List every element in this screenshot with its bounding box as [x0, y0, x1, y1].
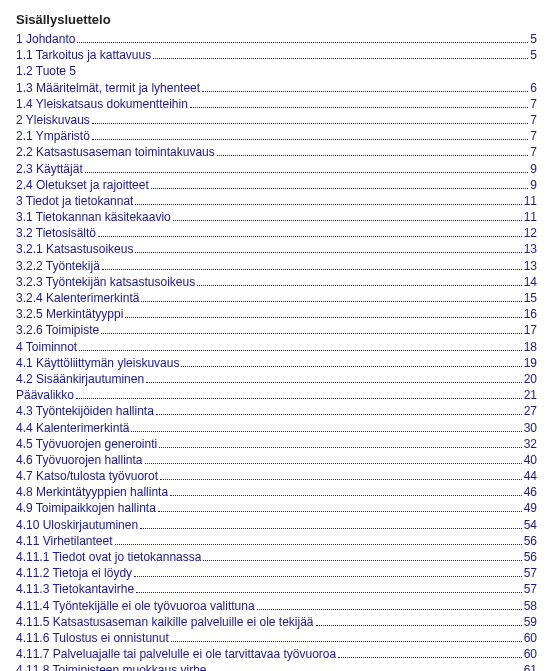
toc-entry-page: 19 [524, 355, 537, 371]
toc-entry-page: 46 [524, 484, 537, 500]
toc-entry-label: 2.2 Katsastusaseman toimintakuvaus [16, 144, 215, 160]
toc-entry-page: 32 [524, 436, 537, 452]
toc-entry[interactable]: 3.2 Tietosisältö12 [16, 225, 537, 241]
toc-entry[interactable]: 4 Toiminnot18 [16, 339, 537, 355]
toc-title: Sisällysluettelo [16, 12, 537, 27]
toc-leader-dots [197, 285, 521, 286]
toc-entry-page: 7 [530, 128, 537, 144]
toc-entry-label: 4.4 Kalenterimerkintä [16, 420, 129, 436]
toc-entry-label: 4.11.7 Palveluajalle tai palvelulle ei o… [16, 646, 336, 662]
toc-entry[interactable]: 4.11.7 Palveluajalle tai palvelulle ei o… [16, 646, 537, 662]
toc-entry-label: 1.1 Tarkoitus ja kattavuus [16, 47, 151, 63]
toc-entry[interactable]: 2.1 Ympäristö7 [16, 128, 537, 144]
toc-entry[interactable]: 4.11.8 Toimipisteen muokkaus virhe61 [16, 662, 537, 671]
toc-entry-label: 3.2.6 Toimipiste [16, 322, 99, 338]
toc-entry[interactable]: 1 Johdanto5 [16, 31, 537, 47]
toc-entry-page: 60 [524, 646, 537, 662]
toc-entry[interactable]: 4.10 Uloskirjautuminen54 [16, 517, 537, 533]
toc-leader-dots [98, 236, 522, 237]
toc-leader-dots [202, 91, 528, 92]
toc-entry-page: 11 [524, 193, 537, 209]
toc-entry[interactable]: 4.11.2 Tietoja ei löydy57 [16, 565, 537, 581]
toc-leader-dots [153, 58, 528, 59]
toc-entry[interactable]: 4.5 Työvuorojen generointi32 [16, 436, 537, 452]
toc-entry-label: 3.1 Tietokannan käsitekaavio [16, 209, 171, 225]
toc-leader-dots [140, 528, 522, 529]
toc-leader-dots [92, 139, 528, 140]
toc-entry-page: 5 [530, 47, 537, 63]
toc-leader-dots [170, 495, 522, 496]
toc-entry[interactable]: 4.11 Virhetilanteet56 [16, 533, 537, 549]
toc-entry-label: 4.5 Työvuorojen generointi [16, 436, 157, 452]
toc-entry[interactable]: 4.4 Kalenterimerkintä30 [16, 420, 537, 436]
toc-entry[interactable]: 2.2 Katsastusaseman toimintakuvaus7 [16, 144, 537, 160]
toc-leader-dots [173, 220, 522, 221]
toc-entry[interactable]: 1.1 Tarkoitus ja kattavuus5 [16, 47, 537, 63]
toc-leader-dots [171, 641, 522, 642]
toc-entry[interactable]: 3.2.5 Merkintätyyppi16 [16, 306, 537, 322]
toc-entry[interactable]: 3.2.3 Työntekijän katsastusoikeus14 [16, 274, 537, 290]
toc-entry[interactable]: 3 Tiedot ja tietokannat11 [16, 193, 537, 209]
toc-entry-label: 4.2 Sisäänkirjautuminen [16, 371, 144, 387]
toc-entry[interactable]: 1.4 Yleiskatsaus dokumentteihin7 [16, 96, 537, 112]
toc-entry-label: 4.11 Virhetilanteet [16, 533, 113, 549]
toc-leader-dots [101, 333, 521, 334]
toc-leader-dots [131, 431, 521, 432]
toc-entry[interactable]: 3.2.2 Työntekijä13 [16, 258, 537, 274]
toc-entry[interactable]: 3.2.4 Kalenterimerkintä15 [16, 290, 537, 306]
toc-entry-label: 4.11.4 Työntekijälle ei ole työvuoroa va… [16, 598, 255, 614]
toc-leader-dots [77, 42, 528, 43]
toc-entry-page: 12 [524, 225, 537, 241]
toc-entry[interactable]: 4.9 Toimipaikkojen hallinta49 [16, 500, 537, 516]
toc-entry[interactable]: 4.11.6 Tulostus ei onnistunut60 [16, 630, 537, 646]
toc-entry[interactable]: 4.11.3 Tietokantavirhe57 [16, 581, 537, 597]
toc-entry-label: 3 Tiedot ja tietokannat [16, 193, 133, 209]
toc-entry-label: 1.2 Tuote 5 [16, 63, 76, 79]
toc-entry[interactable]: 4.11.5 Katsastusaseman kaikille palvelui… [16, 614, 537, 630]
toc-entry-page: 9 [530, 161, 537, 177]
toc-entry[interactable]: 4.11.1 Tiedot ovat jo tietokannassa56 [16, 549, 537, 565]
toc-entry-label: 3.2.5 Merkintätyyppi [16, 306, 123, 322]
toc-entry[interactable]: 3.1 Tietokannan käsitekaavio11 [16, 209, 537, 225]
toc-leader-dots [102, 269, 522, 270]
toc-entry-label: 4.7 Katso/tulosta työvuorot [16, 468, 158, 484]
toc-leader-dots [79, 350, 521, 351]
toc-entry[interactable]: 4.8 Merkintätyyppien hallinta46 [16, 484, 537, 500]
toc-entry-page: 5 [530, 31, 537, 47]
toc-entry-page: 7 [530, 112, 537, 128]
toc-entry-label: 3.2.1 Katsastusoikeus [16, 241, 133, 257]
toc-entry-page: 20 [524, 371, 537, 387]
toc-entry[interactable]: 4.2 Sisäänkirjautuminen20 [16, 371, 537, 387]
toc-entry[interactable]: 1.2 Tuote 5 [16, 63, 537, 79]
toc-entry[interactable]: 3.2.1 Katsastusoikeus13 [16, 241, 537, 257]
toc-entry-label: 4.11.8 Toimipisteen muokkaus virhe [16, 662, 207, 671]
toc-entry-page: 58 [524, 598, 537, 614]
toc-leader-dots [145, 463, 522, 464]
toc-entry-label: 4.10 Uloskirjautuminen [16, 517, 138, 533]
toc-entry-label: 4.6 Työvuorojen hallinta [16, 452, 143, 468]
toc-entry-page: 6 [530, 80, 537, 96]
toc-entry-label: 2.1 Ympäristö [16, 128, 90, 144]
toc-entry[interactable]: 4.1 Käyttöliittymän yleiskuvaus19 [16, 355, 537, 371]
toc-entry[interactable]: 2.4 Oletukset ja rajoitteet9 [16, 177, 537, 193]
toc-entry-label: 4.11.2 Tietoja ei löydy [16, 565, 132, 581]
toc-entry[interactable]: 1.3 Määritelmät, termit ja lyhenteet6 [16, 80, 537, 96]
toc-entry[interactable]: Päävalikko21 [16, 387, 537, 403]
toc-leader-dots [151, 188, 529, 189]
toc-entry-label: 2.3 Käyttäjät [16, 161, 83, 177]
toc-entry-label: 1.3 Määritelmät, termit ja lyhenteet [16, 80, 200, 96]
toc-entry-label: 4.1 Käyttöliittymän yleiskuvaus [16, 355, 179, 371]
toc-entry-label: 4.8 Merkintätyyppien hallinta [16, 484, 168, 500]
toc-entry-label: 3.2.3 Työntekijän katsastusoikeus [16, 274, 195, 290]
toc-entry-page: 18 [524, 339, 537, 355]
toc-entry[interactable]: 4.3 Työntekijöiden hallinta27 [16, 403, 537, 419]
toc-entry[interactable]: 4.11.4 Työntekijälle ei ole työvuoroa va… [16, 598, 537, 614]
toc-entry-label: 4.9 Toimipaikkojen hallinta [16, 500, 156, 516]
toc-entry[interactable]: 2.3 Käyttäjät9 [16, 161, 537, 177]
toc-entry[interactable]: 2 Yleiskuvaus7 [16, 112, 537, 128]
toc-entry[interactable]: 4.7 Katso/tulosta työvuorot44 [16, 468, 537, 484]
toc-entry[interactable]: 3.2.6 Toimipiste17 [16, 322, 537, 338]
toc-entry[interactable]: 4.6 Työvuorojen hallinta40 [16, 452, 537, 468]
toc-entry-page: 15 [524, 290, 537, 306]
toc-entry-page: 17 [524, 322, 537, 338]
